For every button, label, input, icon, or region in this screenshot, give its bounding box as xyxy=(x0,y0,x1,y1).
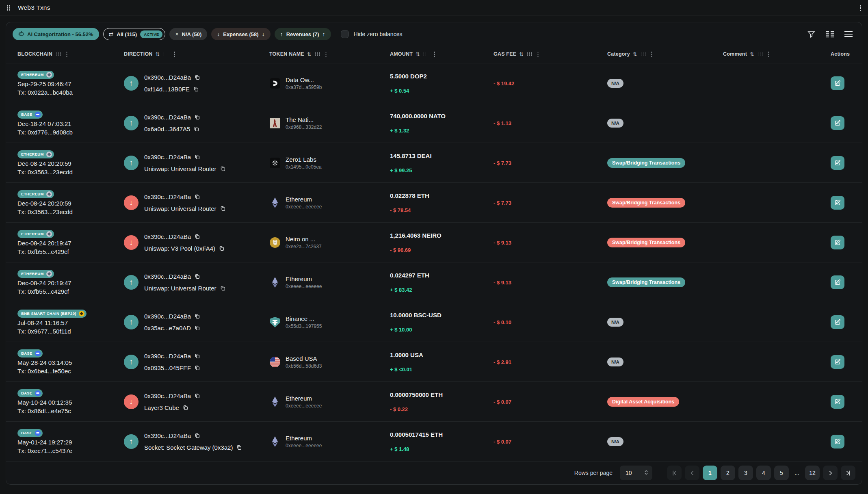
copy-icon[interactable] xyxy=(195,325,200,331)
rows-per-page-select[interactable]: 10 xyxy=(620,466,652,480)
column-header-token-name[interactable]: TOKEN NAME ⇅ xyxy=(269,51,390,57)
edit-transaction-button[interactable] xyxy=(831,435,844,448)
edit-transaction-button[interactable] xyxy=(831,315,844,329)
copy-icon[interactable] xyxy=(195,313,200,319)
page-button-5[interactable]: 5 xyxy=(774,466,789,480)
column-menu-icon[interactable] xyxy=(325,51,327,57)
column-header-comment[interactable]: Comment ⇅ xyxy=(723,51,831,57)
column-drag-icon[interactable] xyxy=(757,52,763,56)
copy-icon[interactable] xyxy=(195,353,200,359)
hide-zero-checkbox[interactable] xyxy=(341,30,349,38)
edit-transaction-button[interactable] xyxy=(831,395,844,409)
chain-badge-label: ETHEREUM xyxy=(21,271,44,276)
gas-fee-value: - $ 7.73 xyxy=(494,200,511,206)
column-menu-icon[interactable] xyxy=(651,51,653,57)
page-button-2[interactable]: 2 xyxy=(721,466,735,480)
copy-icon[interactable] xyxy=(194,126,199,132)
filter-funnel-icon[interactable] xyxy=(805,28,817,40)
column-menu-icon[interactable] xyxy=(173,51,175,57)
sort-icon[interactable]: ⇅ xyxy=(519,51,524,57)
sort-icon[interactable]: ⇅ xyxy=(750,51,754,57)
copy-icon[interactable] xyxy=(195,114,200,120)
next-page-button[interactable] xyxy=(823,466,838,480)
direction-cell: ↑ 0x390c...D24aBa 0x0935...045FEF xyxy=(124,353,269,371)
column-drag-icon[interactable] xyxy=(423,52,429,56)
sort-icon[interactable]: ⇅ xyxy=(307,51,312,57)
category-cell: N/A xyxy=(607,437,723,446)
column-header-category[interactable]: Category ⇅ xyxy=(607,51,723,57)
column-drag-icon[interactable] xyxy=(526,52,532,56)
copy-icon[interactable] xyxy=(193,86,199,92)
copy-icon[interactable] xyxy=(195,433,200,439)
edit-transaction-button[interactable] xyxy=(831,236,844,249)
ai-chip-label: AI Categorization - 56.52% xyxy=(27,31,93,37)
filter-chip-na[interactable]: × N/A (50) xyxy=(169,28,207,40)
column-drag-icon[interactable] xyxy=(163,52,169,56)
copy-icon[interactable] xyxy=(195,154,200,160)
page-button-last-number[interactable]: 12 xyxy=(805,466,820,480)
edit-transaction-button[interactable] xyxy=(831,275,844,289)
column-header-gas-fee[interactable]: GAS FEE ⇅ xyxy=(494,51,607,57)
first-page-button[interactable] xyxy=(667,466,682,480)
hide-zero-balances-toggle[interactable]: Hide zero balances xyxy=(341,30,403,38)
previous-page-button[interactable] xyxy=(685,466,699,480)
menu-icon[interactable] xyxy=(842,28,855,40)
arrow-up-icon: ↑ xyxy=(280,31,283,37)
copy-icon[interactable] xyxy=(219,245,224,251)
column-menu-icon[interactable] xyxy=(768,51,770,57)
gas-fee-cell: - $ 0.07 xyxy=(494,438,607,445)
sort-icon[interactable]: ⇅ xyxy=(633,51,637,57)
copy-icon[interactable] xyxy=(195,365,200,371)
gas-fee-value: - $ 9.13 xyxy=(494,280,511,286)
actions-cell xyxy=(831,236,862,249)
column-menu-icon[interactable] xyxy=(537,51,539,57)
blockchain-cell: BNB SMART CHAIN (BEP20) Jul-08-24 11:16:… xyxy=(17,310,124,335)
copy-icon[interactable] xyxy=(195,74,200,80)
page-button-4[interactable]: 4 xyxy=(756,466,771,480)
ai-categorization-chip[interactable]: AI Categorization - 56.52% xyxy=(13,28,99,40)
from-address: 0x390c...D24aBa xyxy=(144,154,191,160)
amount-fiat: + $ <0.01 xyxy=(390,366,494,373)
column-header-amount[interactable]: AMOUNT ⇅ xyxy=(390,51,494,57)
copy-icon[interactable] xyxy=(195,194,200,200)
copy-icon[interactable] xyxy=(183,405,188,411)
token-cell: Neiro on ... 0xee2a...7c2637 xyxy=(269,236,390,249)
copy-icon[interactable] xyxy=(195,393,200,399)
category-cell: Swap/Bridging Transactions xyxy=(607,277,723,287)
edit-transaction-button[interactable] xyxy=(831,156,844,170)
copy-icon[interactable] xyxy=(220,285,225,291)
column-menu-icon[interactable] xyxy=(433,51,435,57)
drag-handle-icon[interactable] xyxy=(6,5,11,11)
column-drag-icon[interactable] xyxy=(640,52,646,56)
gas-fee-cell: - $ 7.73 xyxy=(494,199,607,206)
column-header-blockchain[interactable]: BLOCKCHAIN xyxy=(17,51,124,57)
token-cell: Data Ow... 0xa37d...a5959b xyxy=(269,76,390,90)
last-page-button[interactable] xyxy=(841,466,855,480)
columns-icon[interactable] xyxy=(824,28,836,40)
copy-icon[interactable] xyxy=(220,166,225,172)
copy-icon[interactable] xyxy=(220,206,225,212)
direction-cell: ↑ 0x390c...D24aBa 0x6a0d...3647A5 xyxy=(124,114,269,132)
copy-icon[interactable] xyxy=(236,444,242,451)
transaction-date: Dec-18-24 07:03:21 xyxy=(17,120,124,127)
copy-icon[interactable] xyxy=(195,234,200,240)
filter-chip-expenses[interactable]: ↓ Expenses (58) ↓ xyxy=(211,28,270,40)
copy-icon[interactable] xyxy=(195,273,200,280)
kebab-menu-icon[interactable] xyxy=(859,4,862,11)
page-button-1[interactable]: 1 xyxy=(703,466,717,480)
column-menu-icon[interactable] xyxy=(66,51,68,57)
column-drag-icon[interactable] xyxy=(314,52,320,56)
filter-chip-all[interactable]: ⇄ All (115) ACTIVE xyxy=(103,28,166,40)
token-cell: Ethereum 0xeeee...eeeeee xyxy=(269,196,390,210)
edit-transaction-button[interactable] xyxy=(831,196,844,210)
sort-icon[interactable]: ⇅ xyxy=(156,51,160,57)
column-header-direction[interactable]: DIRECTION ⇅ xyxy=(124,51,269,57)
edit-transaction-button[interactable] xyxy=(831,355,844,369)
edit-transaction-button[interactable] xyxy=(831,76,844,90)
sort-icon[interactable]: ⇅ xyxy=(416,51,420,57)
column-drag-icon[interactable] xyxy=(55,52,61,56)
edit-transaction-button[interactable] xyxy=(831,116,844,130)
filter-chip-revenues[interactable]: ↑ Revenues (7) ↑ xyxy=(275,28,331,40)
page-button-3[interactable]: 3 xyxy=(738,466,753,480)
active-badge: ACTIVE xyxy=(140,30,162,38)
